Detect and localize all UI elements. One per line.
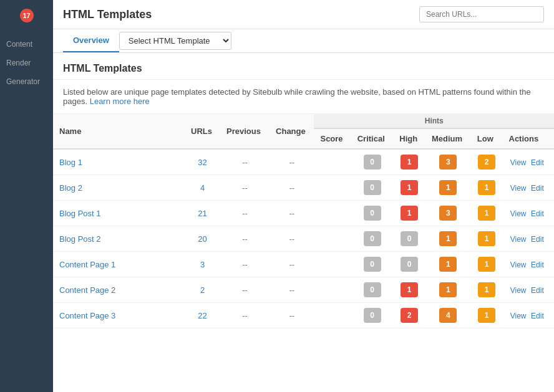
- cell-score: 98: [314, 175, 351, 201]
- edit-link[interactable]: Edit: [531, 286, 544, 295]
- col-header-actions: Actions: [503, 128, 555, 149]
- view-link[interactable]: View: [510, 184, 527, 193]
- cell-high: 1: [393, 277, 425, 303]
- cell-change: --: [270, 277, 314, 303]
- cell-low: 1: [471, 175, 503, 201]
- cell-medium: 1: [425, 252, 471, 277]
- template-link[interactable]: Content Page 1: [59, 260, 115, 269]
- cell-urls: 32: [185, 149, 220, 175]
- cell-critical: 0: [351, 201, 394, 226]
- cell-low: 1: [471, 226, 503, 252]
- cell-urls: 4: [185, 175, 220, 201]
- cell-critical: 0: [351, 226, 394, 252]
- view-link[interactable]: View: [510, 158, 527, 167]
- table-row: Content Page 1 3 -- -- 98 0 0 1 1 View E…: [53, 252, 554, 277]
- cell-actions: View Edit: [503, 149, 555, 175]
- col-header-medium: Medium: [425, 128, 471, 149]
- cell-low: 1: [471, 303, 503, 328]
- edit-link[interactable]: Edit: [531, 184, 544, 193]
- page-title: HTML Templates: [63, 8, 152, 21]
- cell-change: --: [270, 303, 314, 328]
- cell-change: --: [270, 226, 314, 252]
- main-content: HTML Templates Overview Select HTML Temp…: [53, 0, 554, 392]
- cell-critical: 0: [351, 303, 394, 328]
- templates-table: Name URLs Previous Change Hints Score Cr…: [53, 114, 554, 328]
- cell-urls: 22: [185, 303, 220, 328]
- cell-actions: View Edit: [503, 303, 555, 328]
- view-link[interactable]: View: [510, 235, 527, 244]
- edit-link[interactable]: Edit: [531, 235, 544, 244]
- cell-score: 98: [314, 201, 351, 226]
- cell-critical: 0: [351, 252, 394, 277]
- info-text: Listed below are unique page templates d…: [53, 80, 554, 114]
- edit-link[interactable]: Edit: [531, 312, 544, 320]
- cell-low: 2: [471, 149, 503, 175]
- sidebar-item-content[interactable]: Content: [0, 35, 53, 54]
- cell-change: --: [270, 149, 314, 175]
- view-link[interactable]: View: [510, 312, 527, 320]
- cell-previous: --: [220, 201, 270, 226]
- cell-previous: --: [220, 175, 270, 201]
- cell-medium: 1: [425, 277, 471, 303]
- cell-high: 1: [393, 149, 425, 175]
- cell-actions: View Edit: [503, 277, 555, 303]
- view-link[interactable]: View: [510, 286, 527, 295]
- table-row: Blog 1 32 -- -- 96 0 1 3 2 View Edit: [53, 149, 554, 175]
- cell-critical: 0: [351, 277, 394, 303]
- notification-badge: 17: [20, 9, 34, 22]
- learn-more-link[interactable]: Learn more here: [90, 97, 150, 106]
- cell-score: 98: [314, 277, 351, 303]
- edit-link[interactable]: Edit: [531, 209, 544, 218]
- sidebar-item-render[interactable]: Render: [0, 54, 53, 72]
- sidebar-item-generator[interactable]: Generator: [0, 72, 53, 91]
- cell-critical: 0: [351, 175, 394, 201]
- cell-previous: --: [220, 226, 270, 252]
- tab-overview[interactable]: Overview: [63, 29, 119, 52]
- cell-medium: 3: [425, 149, 471, 175]
- cell-previous: --: [220, 149, 270, 175]
- template-link[interactable]: Blog 1: [59, 158, 82, 167]
- col-header-critical: Critical: [351, 128, 394, 149]
- cell-urls: 21: [185, 201, 220, 226]
- edit-link[interactable]: Edit: [531, 261, 544, 269]
- cell-critical: 0: [351, 149, 394, 175]
- cell-high: 1: [393, 201, 425, 226]
- cell-change: --: [270, 201, 314, 226]
- col-header-name: Name: [53, 114, 185, 149]
- sidebar: 17 Content Render Generator: [0, 0, 53, 392]
- cell-medium: 1: [425, 226, 471, 252]
- col-header-score: Score: [314, 128, 351, 149]
- search-input[interactable]: [419, 6, 544, 22]
- cell-high: 0: [393, 226, 425, 252]
- cell-urls: 20: [185, 226, 220, 252]
- template-link[interactable]: Blog Post 2: [59, 234, 101, 244]
- cell-actions: View Edit: [503, 252, 555, 277]
- table-row: Blog 2 4 -- -- 98 0 1 1 1 View Edit: [53, 175, 554, 201]
- edit-link[interactable]: Edit: [531, 158, 544, 167]
- table-row: Content Page 3 22 -- -- 96 0 2 4 1 View …: [53, 303, 554, 328]
- col-header-high: High: [393, 128, 425, 149]
- table-row: Blog Post 2 20 -- -- 98 0 0 1 1 View Edi…: [53, 226, 554, 252]
- cell-previous: --: [220, 277, 270, 303]
- cell-low: 1: [471, 277, 503, 303]
- template-select[interactable]: Select HTML Template: [119, 32, 231, 50]
- template-link[interactable]: Blog 2: [59, 183, 82, 193]
- view-link[interactable]: View: [510, 209, 527, 218]
- tabs-bar: Overview Select HTML Template: [53, 29, 554, 53]
- table-container: Name URLs Previous Change Hints Score Cr…: [53, 114, 554, 328]
- cell-medium: 4: [425, 303, 471, 328]
- cell-urls: 2: [185, 277, 220, 303]
- cell-previous: --: [220, 252, 270, 277]
- table-row: Blog Post 1 21 -- -- 98 0 1 3 1 View Edi…: [53, 201, 554, 226]
- cell-high: 0: [393, 252, 425, 277]
- cell-score: 98: [314, 252, 351, 277]
- cell-medium: 3: [425, 201, 471, 226]
- content-area: HTML Templates Listed below are unique p…: [53, 53, 554, 392]
- col-header-change: Change: [270, 114, 314, 149]
- template-link[interactable]: Content Page 3: [59, 311, 115, 320]
- template-link[interactable]: Content Page 2: [59, 285, 115, 295]
- template-link[interactable]: Blog Post 1: [59, 209, 101, 218]
- col-header-previous: Previous: [220, 114, 270, 149]
- view-link[interactable]: View: [510, 261, 527, 269]
- cell-score: 96: [314, 149, 351, 175]
